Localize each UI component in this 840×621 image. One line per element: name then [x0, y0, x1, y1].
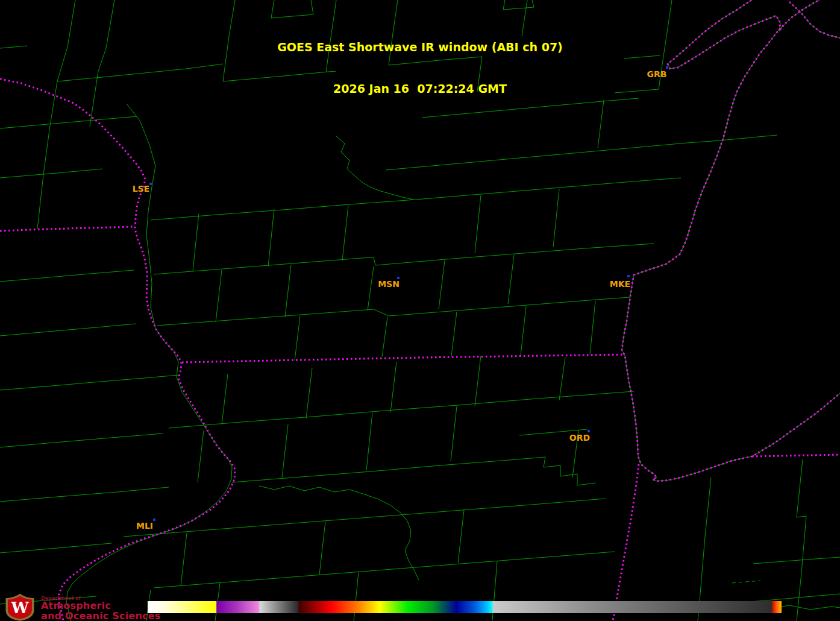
- station-label-mli: MLI: [136, 521, 153, 531]
- county-boundary-line: [0, 270, 134, 282]
- county-boundary-line: [268, 209, 274, 266]
- crest-w-letter: W: [10, 599, 29, 617]
- county-boundary-line: [154, 552, 615, 588]
- dashed-county-boundary-line: [732, 581, 760, 583]
- county-boundary-line: [553, 189, 559, 247]
- county-boundary-line: [416, 178, 681, 200]
- county-boundary-line: [475, 195, 481, 253]
- state-border-dotted-line: [0, 227, 134, 231]
- county-boundary-line: [66, 104, 232, 621]
- county-boundary-line: [285, 265, 291, 317]
- county-boundary-line: [503, 0, 534, 10]
- county-boundary-line: [0, 543, 111, 553]
- county-boundary-line: [386, 140, 720, 170]
- county-boundary-line: [169, 391, 634, 428]
- county-boundary-line: [295, 316, 300, 361]
- county-boundary-line: [336, 136, 413, 200]
- county-boundary-line: [0, 375, 179, 390]
- station-label-mke: MKE: [610, 279, 630, 289]
- county-boundary-line: [366, 413, 372, 470]
- station-label-lse: LSE: [133, 184, 150, 194]
- county-boundary-line: [559, 357, 565, 400]
- county-boundary-line: [198, 430, 204, 482]
- county-boundary-line: [354, 572, 359, 621]
- county-boundary-line: [451, 406, 457, 461]
- county-boundary-line: [368, 266, 374, 310]
- county-boundary-line: [319, 522, 325, 575]
- station-marker-ord: [588, 430, 590, 432]
- county-boundary-line: [439, 260, 445, 309]
- county-boundary-line: [157, 297, 630, 326]
- county-boundary-line: [720, 135, 777, 140]
- county-boundary-line: [451, 312, 457, 356]
- county-boundary-line: [590, 301, 595, 355]
- logo-text: Department of Atmospheric and Oceanic Sc…: [41, 593, 160, 621]
- county-boundary-line: [216, 270, 222, 322]
- state-border-dotted-line: [752, 455, 840, 456]
- county-boundary-line: [698, 478, 711, 621]
- county-boundary-line: [753, 557, 840, 564]
- station-marker-lse: [149, 183, 152, 185]
- county-boundary-line: [0, 433, 163, 447]
- county-boundary-line: [382, 317, 387, 357]
- county-boundary-line: [0, 324, 136, 336]
- title-line-2: 2026 Jan 16 07:22:24 GMT: [0, 82, 840, 96]
- uw-crest-icon: W: [5, 593, 35, 621]
- county-boundary-line: [232, 457, 595, 485]
- county-boundary-line: [0, 487, 169, 502]
- county-boundary-line: [342, 206, 348, 260]
- title-line-1: GOES East Shortwave IR window (ABI ch 07…: [0, 40, 840, 54]
- uw-aos-logo: W Department of Atmospheric and Oceanic …: [5, 593, 160, 621]
- county-boundary-line: [222, 374, 228, 424]
- county-boundary-line: [181, 533, 187, 586]
- county-boundary-line: [475, 356, 481, 406]
- state-border-dotted-line: [613, 464, 639, 621]
- county-boundary-line: [521, 306, 526, 355]
- satellite-image-viewer: LSEGRBMSNMKEORDMLI GOES East Shortwave I…: [0, 0, 840, 621]
- county-boundary-line: [458, 510, 464, 563]
- image-title: GOES East Shortwave IR window (ABI ch 07…: [0, 13, 840, 124]
- county-boundary-line: [390, 362, 396, 412]
- temperature-colorbar: [148, 601, 782, 613]
- station-marker-mli: [153, 519, 155, 521]
- county-boundary-line: [193, 213, 199, 271]
- county-boundary-line: [154, 244, 654, 274]
- county-boundary-line: [0, 169, 102, 178]
- station-marker-mke: [627, 275, 630, 277]
- state-border-dotted-line: [182, 355, 625, 362]
- county-boundary-line: [508, 255, 514, 304]
- state-border-dotted-line: [0, 79, 235, 621]
- station-label-ord: ORD: [569, 433, 590, 443]
- county-boundary-line: [282, 424, 288, 478]
- logo-name-line-2: and Oceanic Sciences: [41, 611, 160, 621]
- county-boundary-line: [306, 368, 312, 418]
- county-boundary-line: [259, 486, 419, 580]
- county-boundary-line: [151, 200, 416, 220]
- station-label-msn: MSN: [378, 279, 400, 289]
